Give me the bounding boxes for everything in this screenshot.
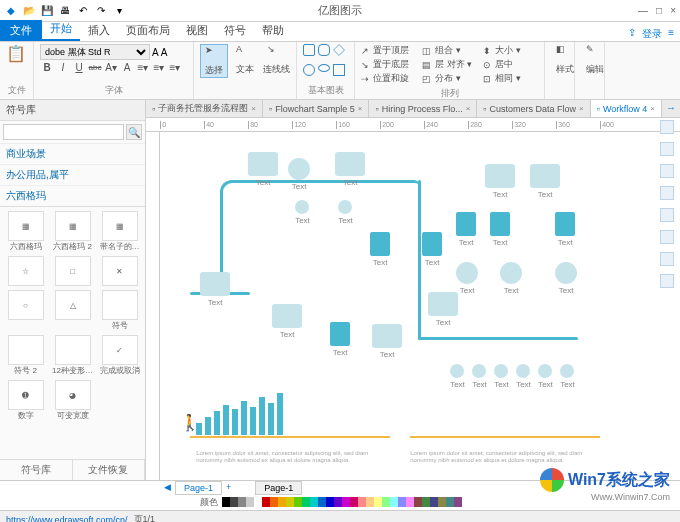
workflow-node[interactable]: Text [272,304,302,339]
rt-shadow[interactable] [660,186,674,200]
lib-item[interactable]: ▦带名子的… [98,211,141,252]
rt-page[interactable] [660,230,674,244]
lib-item[interactable]: ✓完成或取消 [98,335,141,376]
tab-symbols[interactable]: 符号库 [0,460,73,480]
bring-front[interactable]: ↗置于顶层 [361,44,416,57]
lib-item[interactable]: 符号 [98,290,141,331]
lib-item[interactable]: ○ [4,290,47,331]
page-tab-1[interactable]: Page-1 [175,481,222,495]
connector-tool[interactable]: ↘连线线 [262,44,290,78]
search-input[interactable] [3,124,124,140]
maximize-button[interactable]: □ [656,5,662,16]
lib-item[interactable]: 符号 2 [4,335,47,376]
workflow-node[interactable]: Text [200,272,230,307]
login-button[interactable]: 登录 [642,27,662,41]
rt-layer[interactable] [660,208,674,222]
lib-item[interactable]: ◕可变宽度 [51,380,94,421]
color-swatch[interactable] [318,497,326,507]
page-nav-left[interactable]: ◀ [160,481,175,495]
workflow-node[interactable]: Text [450,364,465,389]
select-tool[interactable]: ➤选择 [200,44,228,78]
font-decrease-icon[interactable]: A [152,47,159,58]
tab-insert[interactable]: 插入 [80,20,118,41]
doc-tab[interactable]: ▫子商务托管服务流程图× [146,100,263,117]
cat-business[interactable]: 商业场景 [0,143,145,164]
lib-item[interactable]: 12种变形… [51,335,94,376]
redo-icon[interactable]: ↷ [94,4,108,18]
lib-item[interactable]: ▦六西格玛 2 [51,211,94,252]
tab-symbol[interactable]: 符号 [216,20,254,41]
file-tab[interactable]: 文件 [0,20,42,41]
workflow-node[interactable]: Text [485,164,515,199]
lib-item[interactable]: □ [51,256,94,286]
color-swatch[interactable] [422,497,430,507]
tab-layout[interactable]: 页面布局 [118,20,178,41]
color-swatch[interactable] [334,497,342,507]
workflow-node[interactable]: Text [500,262,522,295]
fontcolor-button[interactable]: A▾ [104,62,118,73]
position-btn[interactable]: ⇢位置和旋 [361,72,416,85]
italic-button[interactable]: I [56,62,70,73]
doc-tab[interactable]: ▫Workflow 4× [591,100,662,117]
color-swatch[interactable] [302,497,310,507]
color-swatch[interactable] [262,497,270,507]
cat-office[interactable]: 办公用品,属平 [0,164,145,185]
workflow-node[interactable]: Text [456,262,478,295]
color-swatch[interactable] [366,497,374,507]
group-btn[interactable]: ◫组合 ▾ [422,44,477,57]
page-tab-2[interactable]: Page-1 [255,481,302,495]
workflow-node[interactable]: Text [560,364,575,389]
lib-item[interactable]: △ [51,290,94,331]
font-family-select[interactable]: dobe 黑体 Std R [40,44,150,60]
lib-item[interactable]: ☆ [4,256,47,286]
lib-item[interactable]: ➊数字 [4,380,47,421]
center-btn[interactable]: ⊙居中 [483,58,538,71]
undo-icon[interactable]: ↶ [76,4,90,18]
open-icon[interactable]: 📂 [22,4,36,18]
rt-line[interactable] [660,164,674,178]
workflow-node[interactable]: Text [555,262,577,295]
workflow-node[interactable]: Text [456,212,476,247]
color-swatch[interactable] [286,497,294,507]
rt-help[interactable] [660,274,674,288]
same-btn[interactable]: ⊡相同 ▾ [483,72,538,85]
rt-fill[interactable] [660,142,674,156]
workflow-node[interactable]: Text [538,364,553,389]
color-swatch[interactable] [342,497,350,507]
workflow-node[interactable]: Text [516,364,531,389]
workflow-node[interactable]: Text [490,212,510,247]
rt-comment[interactable] [660,252,674,266]
shape-ellipse[interactable] [318,64,330,72]
align-button[interactable]: ≡▾ [168,62,182,73]
edit-button[interactable]: ✎编辑 [581,44,609,76]
color-swatch[interactable] [350,497,358,507]
workflow-node[interactable]: Text [335,152,365,187]
menu-icon[interactable]: ≡ [668,27,674,41]
workflow-node[interactable]: Text [330,322,350,357]
workflow-node[interactable]: Text [555,212,575,247]
strike-button[interactable]: abc [88,63,102,72]
color-swatch[interactable] [374,497,382,507]
color-swatch[interactable] [310,497,318,507]
status-url[interactable]: https://www.edrawsoft.com/cn/ [6,515,128,523]
color-swatch[interactable] [414,497,422,507]
print-icon[interactable]: 🖶 [58,4,72,18]
color-swatch[interactable] [390,497,398,507]
color-swatch[interactable] [246,497,254,507]
color-swatch[interactable] [406,497,414,507]
shape-roundrect[interactable] [318,44,330,56]
align-btn[interactable]: ▤层 对齐 ▾ [422,58,477,71]
drawing-canvas[interactable]: 🚶 Lorem ipsum dolor sit amet, consectetu… [160,132,680,480]
paste-icon[interactable]: 📋 [6,44,26,63]
color-swatch[interactable] [222,497,230,507]
shape-hex[interactable] [333,64,345,76]
shape-circle[interactable] [303,64,315,76]
color-swatch[interactable] [278,497,286,507]
save-icon[interactable]: 💾 [40,4,54,18]
highlight-button[interactable]: A [120,62,134,73]
close-button[interactable]: × [670,5,676,16]
color-swatch[interactable] [238,497,246,507]
doc-tab[interactable]: ▫Hiring Process Flo...× [369,100,477,117]
color-swatch[interactable] [358,497,366,507]
workflow-node[interactable]: Text [428,292,458,327]
